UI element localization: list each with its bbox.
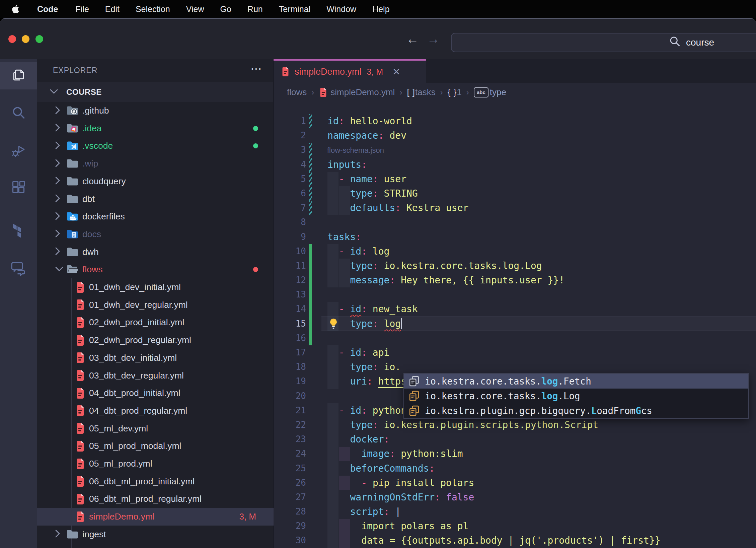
code-line-4[interactable]: 4inputs: — [274, 157, 756, 172]
sidebar-item-05-ml-prod-yml[interactable]: 05_ml_prod.yml — [37, 455, 274, 473]
line-number[interactable]: 23 — [274, 432, 306, 447]
code-line-24[interactable]: 24 image: python:slim — [274, 447, 756, 461]
line-number[interactable]: 5 — [274, 172, 306, 186]
close-window-button[interactable] — [8, 35, 16, 43]
sidebar-item-simpledemo-yml[interactable]: simpleDemo.yml3, M — [37, 508, 274, 526]
line-number[interactable]: 6 — [274, 186, 306, 201]
tab-simpledemo[interactable]: simpleDemo.yml 3, M ✕ — [274, 59, 426, 83]
sidebar-item-05-ml-prod-modal-yml[interactable]: 05_ml_prod_modal.yml — [37, 437, 274, 455]
sidebar-item-flows[interactable]: flows — [37, 261, 274, 278]
sidebar-item-wip[interactable]: .wip — [37, 155, 274, 173]
section-header-course[interactable]: COURSE — [37, 82, 273, 102]
line-number[interactable]: 15 — [274, 317, 306, 331]
code-line-18[interactable]: 18 type: io. — [274, 360, 756, 374]
line-number[interactable]: 19 — [274, 374, 306, 389]
code-line-22[interactable]: 22 type: io.kestra.plugin.scripts.python… — [274, 418, 756, 432]
line-number[interactable]: 4 — [274, 157, 306, 172]
line-number[interactable]: 7 — [274, 201, 306, 215]
menu-item-terminal[interactable]: Terminal — [271, 4, 318, 14]
code-line-12[interactable]: 12 message: Hey there, {{ inputs.user }}… — [274, 273, 756, 287]
menu-item-go[interactable]: Go — [212, 4, 239, 14]
code-line-28[interactable]: 28 script: | — [274, 504, 756, 519]
code-area[interactable]: flow-schema.json 1id: hello-world2namesp… — [274, 102, 756, 548]
line-number[interactable]: 27 — [274, 490, 306, 504]
minimize-window-button[interactable] — [22, 35, 29, 43]
menu-item-code[interactable]: Code — [29, 4, 68, 14]
code-line-27[interactable]: 27 warningOnStdErr: false — [274, 490, 756, 504]
sidebar-item-02-dwh-prod-regular-yml[interactable]: 02_dwh_prod_regular.yml — [37, 331, 274, 349]
code-line-17[interactable]: 17 - id: api — [274, 345, 756, 360]
line-number[interactable]: 11 — [274, 259, 306, 273]
sidebar-item-dbt[interactable]: dbt — [37, 190, 274, 208]
sidebar-item-dwh[interactable]: dwh — [37, 243, 274, 261]
sidebar-item-03-dbt-dev-regular-yml[interactable]: 03_dbt_dev_regular.yml — [37, 367, 274, 385]
code-line-5[interactable]: 5 - name: user — [274, 172, 756, 186]
menu-item-window[interactable]: Window — [318, 4, 364, 14]
line-number[interactable]: 25 — [274, 461, 306, 476]
sidebar-item-03-dbt-dev-initial-yml[interactable]: 03_dbt_dev_initial.yml — [37, 349, 274, 367]
code-line-8[interactable]: 8 — [274, 215, 756, 229]
code-line-13[interactable]: 13 — [274, 287, 756, 302]
sidebar-item-ingest[interactable]: ingest — [37, 526, 274, 543]
line-number[interactable]: 26 — [274, 476, 306, 490]
breadcrumb-item-tasks[interactable]: tasks — [415, 87, 436, 97]
code-line-11[interactable]: 11 type: io.kestra.core.tasks.log.Log — [274, 259, 756, 273]
activity-item-run-debug[interactable] — [0, 138, 37, 165]
sidebar-item-github[interactable]: .github — [37, 102, 274, 120]
breadcrumb-item-simpledemo-yml[interactable]: simpleDemo.yml — [330, 87, 395, 97]
code-line-9[interactable]: 9tasks: — [274, 230, 756, 244]
activity-item-search[interactable] — [0, 100, 37, 127]
line-number[interactable]: 18 — [274, 360, 306, 374]
menu-item-help[interactable]: Help — [364, 4, 397, 14]
sidebar-item-06-dbt-ml-prod-regular-yml[interactable]: 06_dbt_ml_prod_regular.yml — [37, 490, 274, 508]
apple-icon[interactable] — [11, 5, 20, 13]
menu-item-run[interactable]: Run — [239, 4, 271, 14]
suggestion-1[interactable]: io.kestra.core.tasks.log.Fetch — [404, 374, 748, 389]
menu-item-edit[interactable]: Edit — [97, 4, 128, 14]
sidebar-item-01-dwh-dev-initial-yml[interactable]: 01_dwh_dev_initial.yml — [37, 278, 274, 296]
code-line-26[interactable]: 26 - pip install polars — [274, 476, 756, 490]
close-tab-icon[interactable]: ✕ — [392, 66, 400, 77]
breadcrumb-item-flows[interactable]: flows — [287, 87, 307, 97]
code-line-1[interactable]: 1id: hello-world — [274, 114, 756, 128]
sidebar-item-dockerfiles[interactable]: dockerfiles — [37, 208, 274, 225]
menu-item-view[interactable]: View — [178, 4, 212, 14]
sidebar-item-04-dbt-prod-initial-yml[interactable]: 04_dbt_prod_initial.yml — [37, 384, 274, 402]
line-number[interactable]: 28 — [274, 504, 306, 519]
line-number[interactable]: 13 — [274, 287, 306, 302]
activity-item-extensions[interactable] — [0, 175, 37, 202]
line-number[interactable]: 21 — [274, 403, 306, 418]
suggestion-3[interactable]: io.kestra.plugin.gcp.bigquery.LoadFromGc… — [404, 403, 748, 418]
code-line-14[interactable]: 14 - id: new_task — [274, 302, 756, 316]
sidebar-item-vscode[interactable]: .vscode — [37, 137, 274, 155]
sidebar-item-05-ml-dev-yml[interactable]: 05_ml_dev.yml — [37, 420, 274, 437]
code-line-23[interactable]: 23 docker: — [274, 432, 756, 447]
back-arrow-icon[interactable]: ← — [404, 31, 421, 47]
line-number[interactable]: 9 — [274, 230, 306, 244]
breadcrumb-item-type[interactable]: type — [490, 87, 506, 97]
suggestion-2[interactable]: io.kestra.core.tasks.log.Log — [404, 389, 748, 403]
sidebar-item-idea[interactable]: .idea — [37, 120, 274, 137]
menu-item-selection[interactable]: Selection — [128, 4, 178, 14]
command-center-search[interactable]: course — [451, 33, 756, 52]
lightbulb-icon[interactable] — [329, 318, 338, 331]
line-number[interactable]: 3 — [274, 143, 306, 157]
line-number[interactable]: 30 — [274, 533, 306, 548]
code-line-16[interactable]: 16 — [274, 331, 756, 345]
line-number[interactable]: 16 — [274, 331, 306, 345]
line-number[interactable]: 10 — [274, 244, 306, 259]
sidebar-item-docs[interactable]: docs — [37, 225, 274, 243]
line-number[interactable]: 24 — [274, 447, 306, 461]
line-number[interactable]: 1 — [274, 114, 306, 128]
code-line-3[interactable]: 3 — [274, 143, 756, 157]
line-number[interactable]: 29 — [274, 519, 306, 533]
code-line-10[interactable]: 10 - id: log — [274, 244, 756, 259]
line-number[interactable]: 12 — [274, 273, 306, 287]
forward-arrow-icon[interactable]: → — [425, 31, 441, 47]
line-number[interactable]: 22 — [274, 418, 306, 432]
line-number[interactable]: 8 — [274, 215, 306, 229]
code-line-30[interactable]: 30 data = {{outputs.api.body | jq('.prod… — [274, 533, 756, 548]
activity-item-terraform[interactable] — [0, 217, 37, 245]
code-line-2[interactable]: 2namespace: dev — [274, 128, 756, 143]
more-actions-icon[interactable]: ⋯ — [250, 62, 262, 75]
